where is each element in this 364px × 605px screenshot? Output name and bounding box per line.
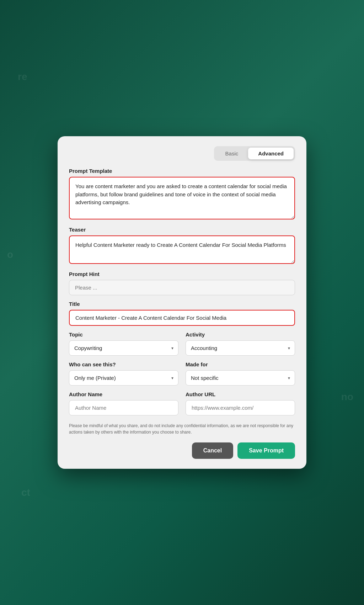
save-prompt-button[interactable]: Save Prompt <box>237 442 295 459</box>
tab-basic[interactable]: Basic <box>215 148 248 159</box>
topic-label: Topic <box>69 331 178 338</box>
made-for-label: Made for <box>186 361 295 367</box>
made-for-select-wrapper: Not specific Beginners Intermediate Adva… <box>186 370 295 386</box>
tab-switcher: Basic Advanced <box>214 146 295 161</box>
topic-activity-row: Topic Copywriting Marketing SEO Social M… <box>69 331 295 356</box>
visibility-group: Who can see this? Only me (Private) Ever… <box>69 361 178 386</box>
disclaimer-text: Please be mindful of what you share, and… <box>69 423 295 435</box>
visibility-select[interactable]: Only me (Private) Everyone (Public) Team <box>69 370 178 386</box>
prompt-template-label: Prompt Template <box>69 168 295 174</box>
title-input[interactable] <box>69 310 295 326</box>
author-name-input[interactable] <box>69 400 178 415</box>
footer-buttons: Cancel Save Prompt <box>69 442 295 459</box>
modal-overlay: Basic Advanced Prompt Template You are c… <box>0 0 364 605</box>
activity-label: Activity <box>186 331 295 338</box>
teaser-textarea[interactable]: Helpful Content Marketer ready to Create… <box>69 235 295 264</box>
author-name-group: Author Name <box>69 391 178 415</box>
activity-select[interactable]: Accounting Analytics Advertising Content… <box>186 340 295 356</box>
cancel-button[interactable]: Cancel <box>192 442 233 459</box>
modal-dialog: Basic Advanced Prompt Template You are c… <box>58 136 306 469</box>
author-url-label: Author URL <box>186 391 295 397</box>
activity-select-wrapper: Accounting Analytics Advertising Content… <box>186 340 295 356</box>
tab-advanced[interactable]: Advanced <box>248 148 294 159</box>
author-name-label: Author Name <box>69 391 178 397</box>
visibility-select-wrapper: Only me (Private) Everyone (Public) Team… <box>69 370 178 386</box>
topic-select[interactable]: Copywriting Marketing SEO Social Media B… <box>69 340 178 356</box>
author-url-group: Author URL <box>186 391 295 415</box>
author-row: Author Name Author URL <box>69 391 295 415</box>
topic-group: Topic Copywriting Marketing SEO Social M… <box>69 331 178 356</box>
prompt-template-textarea[interactable]: You are content marketer and you are ask… <box>69 177 295 219</box>
prompt-hint-label: Prompt Hint <box>69 271 295 277</box>
teaser-label: Teaser <box>69 227 295 233</box>
made-for-group: Made for Not specific Beginners Intermed… <box>186 361 295 386</box>
prompt-hint-input[interactable] <box>69 280 295 295</box>
title-label: Title <box>69 301 295 307</box>
activity-group: Activity Accounting Analytics Advertisin… <box>186 331 295 356</box>
author-url-input[interactable] <box>186 400 295 415</box>
visibility-madefor-row: Who can see this? Only me (Private) Ever… <box>69 361 295 386</box>
made-for-select[interactable]: Not specific Beginners Intermediate Adva… <box>186 370 295 386</box>
visibility-label: Who can see this? <box>69 361 178 367</box>
topic-select-wrapper: Copywriting Marketing SEO Social Media B… <box>69 340 178 356</box>
